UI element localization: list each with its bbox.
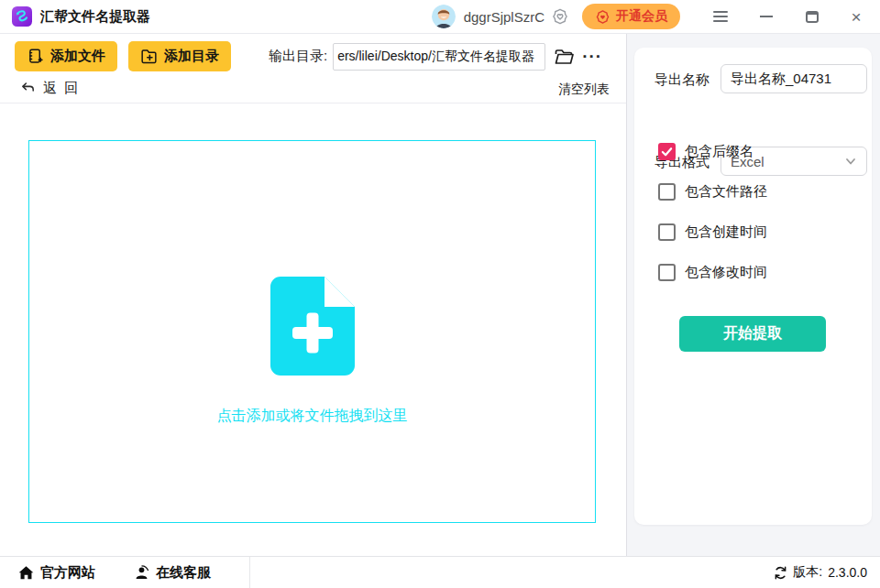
toolbar: 添加文件 添加目录 输出目录: ··· — [0, 34, 626, 103]
add-directory-button[interactable]: 添加目录 — [128, 41, 231, 71]
maximize-icon[interactable] — [803, 7, 821, 26]
check-icon — [661, 146, 673, 158]
checkbox-box — [658, 143, 676, 160]
add-files-button[interactable]: 添加文件 — [15, 41, 117, 71]
more-options-icon[interactable]: ··· — [582, 52, 602, 61]
home-icon — [18, 565, 34, 581]
checkbox-label: 包含修改时间 — [685, 264, 767, 281]
document-plus-icon — [27, 48, 44, 65]
export-name-label: 导出名称 — [654, 71, 710, 89]
menu-icon[interactable] — [711, 7, 730, 26]
file-dropzone[interactable]: 点击添加或将文件拖拽到这里 — [28, 140, 596, 523]
back-label: 返 回 — [43, 80, 78, 97]
version-label: 版本: — [793, 564, 822, 581]
member-level-badge-icon[interactable] — [551, 7, 569, 26]
app-logo-icon — [12, 6, 32, 27]
export-settings-panel: 导出名称 导出格式 Excel 包含后缀名 — [626, 34, 880, 556]
checkbox-include-path[interactable]: 包含文件路径 — [658, 183, 767, 201]
checkbox-box — [658, 264, 676, 281]
checkbox-label: 包含创建时间 — [685, 223, 767, 241]
footer-bar: 官方网站 在线客服 版本: 2.3.0.0 — [0, 556, 880, 588]
back-arrow-icon — [20, 81, 36, 96]
update-refresh-icon[interactable] — [774, 566, 787, 580]
checkbox-box — [658, 223, 676, 241]
app-window: 汇帮文件名提取器 dggrSjplSzrC — [0, 0, 880, 588]
output-directory-input[interactable] — [333, 43, 545, 71]
add-directory-label: 添加目录 — [164, 48, 219, 65]
online-support-label: 在线客服 — [156, 564, 211, 582]
footer-divider — [249, 557, 250, 588]
official-website-link[interactable]: 官方网站 — [18, 564, 95, 582]
checkbox-include-modified-time[interactable]: 包含修改时间 — [658, 264, 767, 281]
open-membership-button[interactable]: 开通会员 — [582, 4, 680, 29]
checkbox-label: 包含后缀名 — [685, 143, 754, 160]
vip-badge-icon — [595, 9, 610, 25]
checkbox-box — [658, 183, 676, 201]
online-support-link[interactable]: 在线客服 — [134, 564, 211, 582]
chevron-down-icon — [844, 155, 857, 168]
list-nav-row: 返 回 清空列表 — [0, 80, 626, 102]
add-file-document-icon — [270, 277, 355, 376]
export-name-input[interactable] — [720, 64, 867, 93]
username: dggrSjplSzrC — [464, 9, 544, 25]
version-group: 版本: 2.3.0.0 — [774, 564, 867, 581]
close-icon[interactable]: × — [847, 7, 865, 26]
dropzone-hint: 点击添加或将文件拖拽到这里 — [217, 407, 408, 426]
open-folder-icon[interactable] — [554, 47, 574, 67]
official-website-label: 官方网站 — [40, 564, 95, 582]
export-settings-card: 导出名称 导出格式 Excel 包含后缀名 — [634, 48, 872, 525]
output-directory-group: 输出目录: ··· — [269, 42, 602, 71]
checkbox-include-created-time[interactable]: 包含创建时间 — [658, 223, 767, 241]
user-avatar[interactable] — [432, 5, 456, 28]
support-person-icon — [134, 565, 149, 581]
folder-plus-icon — [140, 48, 158, 65]
version-value: 2.3.0.0 — [828, 565, 867, 580]
back-button[interactable]: 返 回 — [20, 80, 78, 97]
titlebar: 汇帮文件名提取器 dggrSjplSzrC — [0, 0, 880, 34]
clear-list-button[interactable]: 清空列表 — [558, 82, 610, 98]
app-title: 汇帮文件名提取器 — [40, 8, 150, 26]
checkbox-include-extension[interactable]: 包含后缀名 — [658, 143, 754, 160]
start-extract-button[interactable]: 开始提取 — [679, 316, 826, 352]
minimize-icon[interactable] — [757, 7, 776, 26]
output-directory-label: 输出目录: — [269, 48, 327, 65]
add-files-label: 添加文件 — [50, 48, 105, 65]
checkbox-label: 包含文件路径 — [685, 183, 767, 201]
open-membership-label: 开通会员 — [616, 8, 667, 25]
file-list-area: 点击添加或将文件拖拽到这里 — [0, 103, 626, 556]
